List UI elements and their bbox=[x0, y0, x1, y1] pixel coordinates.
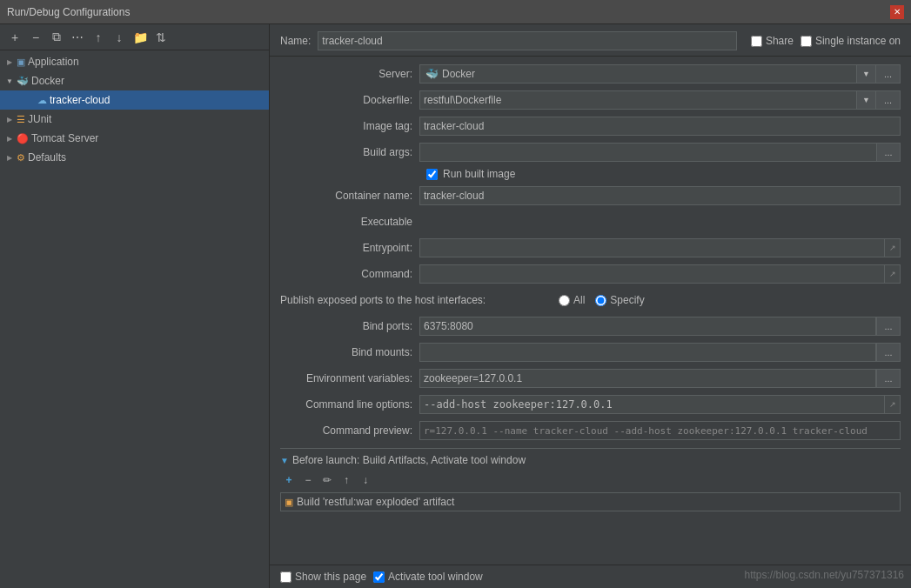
copy-config-button[interactable]: ⧉ bbox=[47, 28, 66, 47]
env-vars-input-group: ... bbox=[419, 369, 901, 388]
command-input-group: ↗ bbox=[419, 264, 901, 284]
tree-item-junit[interactable]: ▶ ☰ JUnit bbox=[0, 110, 269, 129]
radio-specify-text: Specify bbox=[610, 294, 644, 306]
tree-item-tomcat[interactable]: ▶ 🔴 Tomcat Server bbox=[0, 129, 269, 148]
tree-arrow-junit: ▶ bbox=[5, 115, 14, 124]
artifact-item[interactable]: ▣ Build 'restful:war exploded' artifact bbox=[280, 492, 901, 511]
title-text: Run/Debug Configurations bbox=[7, 6, 130, 18]
close-button[interactable]: ✕ bbox=[890, 5, 904, 19]
container-name-input[interactable] bbox=[419, 186, 901, 205]
name-input[interactable] bbox=[318, 31, 737, 50]
entrypoint-input-group: ↗ bbox=[419, 238, 901, 257]
tree-label-defaults: Defaults bbox=[28, 151, 66, 164]
cmd-line-expand-btn[interactable]: ↗ bbox=[885, 395, 901, 414]
entrypoint-expand-btn[interactable]: ↗ bbox=[885, 238, 901, 257]
tree-item-application[interactable]: ▶ ▣ Application bbox=[0, 52, 269, 71]
tree-label-junit: JUnit bbox=[28, 113, 51, 125]
tree-item-tracker-cloud[interactable]: ☁ tracker-cloud bbox=[0, 90, 269, 110]
tree-label-tracker-cloud: tracker-cloud bbox=[50, 94, 110, 106]
share-checkbox-label[interactable]: Share bbox=[751, 35, 794, 47]
dockerfile-row: Dockerfile: restful\Dockerfile ▼ ... bbox=[280, 90, 901, 110]
env-vars-ellipsis-btn[interactable]: ... bbox=[876, 369, 901, 388]
executable-label: Executable bbox=[280, 216, 419, 228]
move-up-button[interactable]: ↑ bbox=[89, 28, 108, 47]
move-down-button[interactable]: ↓ bbox=[110, 28, 129, 47]
container-name-row: Container name: bbox=[280, 185, 901, 206]
image-tag-row: Image tag: bbox=[280, 116, 901, 137]
before-launch-add-btn[interactable]: + bbox=[280, 471, 298, 489]
share-checkbox[interactable] bbox=[751, 36, 762, 47]
bind-mounts-ellipsis-btn[interactable]: ... bbox=[876, 343, 901, 362]
single-instance-checkbox[interactable] bbox=[800, 36, 812, 47]
before-launch-remove-btn[interactable]: − bbox=[299, 471, 317, 489]
radio-all-label[interactable]: All bbox=[559, 294, 585, 306]
name-row: Name: Share Single instance on bbox=[270, 24, 911, 57]
server-ellipsis-btn[interactable]: ... bbox=[876, 64, 901, 84]
sort-button[interactable]: ⇅ bbox=[151, 28, 171, 47]
radio-all-text: All bbox=[573, 294, 585, 306]
add-config-button[interactable]: + bbox=[5, 28, 24, 47]
bind-ports-ellipsis-btn[interactable]: ... bbox=[876, 317, 901, 336]
cmd-line-input[interactable] bbox=[419, 395, 885, 414]
dockerfile-ellipsis-btn[interactable]: ... bbox=[876, 90, 901, 110]
show-page-text: Show this page bbox=[295, 571, 366, 583]
radio-specify-label[interactable]: Specify bbox=[595, 294, 644, 306]
bind-mounts-input[interactable] bbox=[419, 343, 876, 362]
left-toolbar: + − ⧉ ⋯ ↑ ↓ 📁 ⇅ bbox=[0, 24, 269, 50]
before-launch-down-btn[interactable]: ↓ bbox=[357, 471, 374, 489]
before-launch-label: Before launch: Build Artifacts, Activate… bbox=[292, 454, 526, 466]
tree-arrow-tracker bbox=[26, 96, 35, 104]
radio-all[interactable] bbox=[559, 295, 570, 306]
executable-header-row: Executable bbox=[280, 211, 901, 232]
single-instance-label[interactable]: Single instance on bbox=[800, 35, 901, 47]
config-content: Server: 🐳 Docker ▼ ... Dockerfile: restf… bbox=[270, 57, 911, 565]
name-label: Name: bbox=[280, 35, 311, 47]
env-vars-label: Environment variables: bbox=[280, 372, 419, 384]
folder-button[interactable]: 📁 bbox=[131, 28, 150, 47]
before-launch-section: ▼ Before launch: Build Artifacts, Activa… bbox=[280, 448, 901, 511]
tree-label-application: Application bbox=[28, 56, 79, 68]
dockerfile-dropdown-btn[interactable]: ▼ bbox=[857, 90, 876, 110]
cmd-preview-label: Command preview: bbox=[280, 424, 419, 437]
run-built-image-label: Run built image bbox=[443, 168, 515, 180]
build-args-input[interactable] bbox=[419, 143, 876, 162]
artifact-label: Build 'restful:war exploded' artifact bbox=[297, 496, 454, 508]
build-args-ellipsis-btn[interactable]: ... bbox=[876, 143, 901, 162]
command-expand-btn[interactable]: ↗ bbox=[885, 264, 901, 284]
server-dropdown-btn[interactable]: ▼ bbox=[857, 64, 876, 84]
bind-mounts-row: Bind mounts: ... bbox=[280, 342, 901, 363]
tracker-cloud-icon: ☁ bbox=[37, 95, 47, 106]
publish-ports-label: Publish exposed ports to the host interf… bbox=[280, 294, 559, 306]
before-launch-header[interactable]: ▼ Before launch: Build Artifacts, Activa… bbox=[280, 454, 901, 466]
tree-item-defaults[interactable]: ▶ ⚙ Defaults bbox=[0, 148, 269, 167]
bind-ports-input[interactable] bbox=[419, 317, 876, 336]
menu-config-button[interactable]: ⋯ bbox=[68, 28, 87, 47]
bind-ports-input-group: ... bbox=[419, 317, 901, 336]
show-page-checkbox[interactable] bbox=[280, 571, 291, 583]
container-name-label: Container name: bbox=[280, 190, 419, 202]
env-vars-input[interactable] bbox=[419, 369, 876, 388]
cmd-preview-row: Command preview: bbox=[280, 420, 901, 441]
image-tag-input[interactable] bbox=[419, 117, 901, 136]
run-built-image-row: Run built image bbox=[280, 168, 901, 180]
before-launch-edit-btn[interactable]: ✏ bbox=[318, 471, 336, 489]
bind-mounts-input-group: ... bbox=[419, 343, 901, 362]
env-vars-row: Environment variables: ... bbox=[280, 368, 901, 389]
tree-label-tomcat: Tomcat Server bbox=[31, 132, 98, 144]
entrypoint-input[interactable] bbox=[419, 238, 885, 257]
tree-item-docker[interactable]: ▼ 🐳 Docker bbox=[0, 71, 269, 90]
dockerfile-select[interactable]: restful\Dockerfile bbox=[419, 90, 857, 110]
remove-config-button[interactable]: − bbox=[26, 28, 45, 47]
activate-window-checkbox[interactable] bbox=[373, 571, 385, 583]
tree-arrow-application: ▶ bbox=[5, 57, 14, 66]
show-page-label[interactable]: Show this page bbox=[280, 571, 366, 583]
before-launch-up-btn[interactable]: ↑ bbox=[338, 471, 355, 489]
activate-window-label[interactable]: Activate tool window bbox=[373, 571, 483, 583]
left-panel: + − ⧉ ⋯ ↑ ↓ 📁 ⇅ ▶ ▣ Application ▼ 🐳 Dock… bbox=[0, 24, 270, 588]
tree-label-docker: Docker bbox=[31, 75, 64, 87]
junit-icon: ☰ bbox=[17, 114, 25, 125]
radio-specify[interactable] bbox=[595, 295, 606, 306]
title-bar: Run/Debug Configurations ✕ bbox=[0, 0, 911, 24]
command-input[interactable] bbox=[419, 264, 885, 284]
run-built-image-checkbox[interactable] bbox=[426, 169, 438, 180]
